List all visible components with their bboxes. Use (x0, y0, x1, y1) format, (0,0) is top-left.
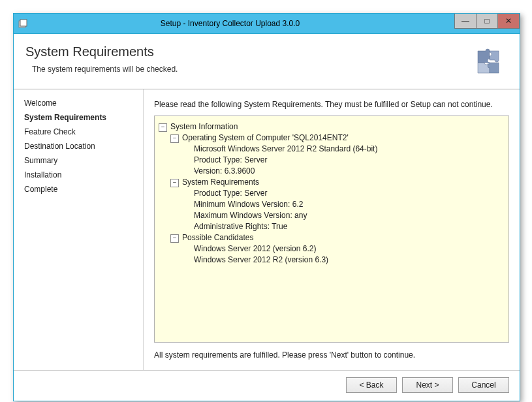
app-icon (18, 18, 28, 29)
sidebar-step[interactable]: Complete (24, 182, 142, 196)
sidebar-step[interactable]: Installation (24, 168, 142, 182)
tree-label: System Information (170, 122, 238, 131)
wizard-body: WelcomeSystem RequirementsFeature CheckD… (14, 89, 520, 370)
tree-leaf[interactable]: Maximum Windows Version: any (182, 210, 505, 221)
tree-label: System Requirements (182, 178, 259, 187)
tree-leaf[interactable]: Windows Server 2012 (version 6.2) (182, 243, 505, 255)
tree-label: Product Type: Server (194, 155, 268, 164)
tree-toggle-icon[interactable]: − (170, 134, 179, 143)
sidebar-step[interactable]: Feature Check (24, 125, 142, 139)
sidebar-step[interactable]: System Requirements (24, 110, 142, 125)
tree-label: Possible Candidates (182, 233, 253, 242)
sidebar-step[interactable]: Summary (24, 153, 142, 168)
status-text: All system requirements are fulfilled. P… (154, 347, 509, 363)
tree-branch[interactable]: −System Information−Operating System of … (159, 121, 505, 266)
tree-branch[interactable]: −Possible CandidatesWindows Server 2012 … (170, 232, 505, 266)
wizard-header: System Requirements The system requireme… (14, 34, 520, 89)
instruction-text: Please read the following System Require… (154, 96, 509, 113)
back-button[interactable]: < Back (346, 377, 397, 393)
minimize-button[interactable]: — (454, 14, 477, 29)
setup-window: Setup - Inventory Collector Upload 3.0.0… (13, 13, 520, 401)
tree-toggle-icon[interactable]: − (170, 179, 179, 187)
next-button[interactable]: Next > (402, 377, 453, 393)
tree-label: Operating System of Computer 'SQL2014ENT… (182, 133, 349, 142)
sidebar-step[interactable]: Welcome (24, 96, 142, 110)
cancel-button[interactable]: Cancel (458, 377, 509, 393)
titlebar[interactable]: Setup - Inventory Collector Upload 3.0.0… (14, 14, 520, 34)
svg-rect-1 (20, 20, 27, 26)
wizard-footer: < Back Next > Cancel (14, 370, 520, 401)
steps-sidebar: WelcomeSystem RequirementsFeature CheckD… (14, 89, 144, 370)
page-title: System Requirements (25, 44, 508, 59)
tree-leaf[interactable]: Microsoft Windows Server 2012 R2 Standar… (182, 144, 505, 155)
tree-label: Windows Server 2012 (version 6.2) (194, 244, 316, 253)
tree-label: Version: 6.3.9600 (194, 166, 255, 176)
page-subtitle: The system requirements will be checked. (32, 65, 508, 74)
tree-leaf[interactable]: Windows Server 2012 R2 (version 6.3) (182, 255, 505, 266)
tree-leaf[interactable]: Version: 6.3.9600 (182, 166, 505, 177)
tree-branch[interactable]: −System RequirementsProduct Type: Server… (170, 177, 505, 232)
puzzle-icon (471, 43, 508, 80)
tree-label: Maximum Windows Version: any (194, 211, 307, 220)
maximize-button[interactable]: □ (477, 14, 498, 29)
close-button[interactable]: ✕ (498, 14, 520, 29)
tree-label: Administrative Rights: True (194, 222, 287, 231)
window-controls: — □ ✕ (454, 14, 520, 33)
tree-toggle-icon[interactable]: − (170, 234, 179, 243)
sidebar-step[interactable]: Destination Location (24, 139, 142, 153)
tree-leaf[interactable]: Minimum Windows Version: 6.2 (182, 199, 505, 210)
tree-leaf[interactable]: Product Type: Server (182, 188, 505, 199)
tree-label: Minimum Windows Version: 6.2 (194, 200, 303, 209)
tree-label: Windows Server 2012 R2 (version 6.3) (194, 255, 328, 264)
tree-leaf[interactable]: Product Type: Server (182, 155, 505, 166)
tree-toggle-icon[interactable]: − (159, 123, 167, 132)
window-title: Setup - Inventory Collector Upload 3.0.0 (32, 19, 428, 28)
tree-label: Product Type: Server (194, 189, 268, 198)
requirements-tree[interactable]: −System Information−Operating System of … (154, 116, 509, 343)
tree-label: Microsoft Windows Server 2012 R2 Standar… (194, 144, 377, 153)
main-panel: Please read the following System Require… (144, 89, 520, 370)
tree-branch[interactable]: −Operating System of Computer 'SQL2014EN… (170, 132, 505, 177)
tree-leaf[interactable]: Administrative Rights: True (182, 221, 505, 232)
